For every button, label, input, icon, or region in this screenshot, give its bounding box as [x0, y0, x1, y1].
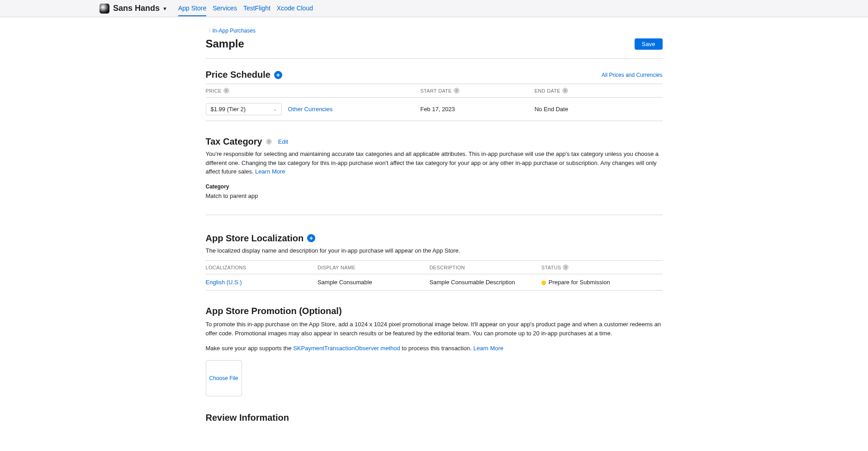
- price-tier-select[interactable]: $1.99 (Tier 2) ⌄: [206, 103, 282, 115]
- promotion-section: App Store Promotion (Optional) To promot…: [206, 306, 663, 396]
- app-switcher[interactable]: Sans Hands ▼: [100, 4, 167, 14]
- sk-observer-link[interactable]: SKPaymentTransactionObserver method: [293, 345, 400, 352]
- localization-row: English (U.S.) Sample Consumable Sample …: [206, 274, 663, 291]
- help-icon[interactable]: ?: [454, 88, 460, 94]
- description-value: Sample Consumable Description: [429, 274, 541, 291]
- promotion-learn-more-link[interactable]: Learn More: [474, 345, 503, 352]
- divider: [206, 215, 663, 215]
- chevron-down-icon: ▼: [162, 6, 167, 11]
- app-icon: [100, 4, 109, 14]
- tab-app-store[interactable]: App Store: [178, 1, 206, 16]
- edit-tax-link[interactable]: Edit: [278, 138, 288, 145]
- choose-file-box[interactable]: Choose File: [206, 360, 242, 396]
- save-button[interactable]: Save: [635, 38, 663, 50]
- app-name: Sans Hands: [113, 4, 160, 13]
- localization-title: App Store Localization: [206, 233, 304, 244]
- tax-description: You're responsible for selecting and mai…: [206, 150, 663, 176]
- locale-link[interactable]: English (U.S.): [206, 279, 242, 286]
- category-label: Category: [206, 183, 663, 190]
- add-localization-button[interactable]: +: [307, 234, 315, 242]
- help-icon[interactable]: ?: [223, 88, 229, 94]
- tab-xcode-cloud[interactable]: Xcode Cloud: [277, 1, 313, 16]
- price-row: $1.99 (Tier 2) ⌄ Other Currencies Feb 17…: [206, 98, 663, 121]
- top-bar: Sans Hands ▼ App Store Services TestFlig…: [0, 0, 868, 17]
- all-prices-link[interactable]: All Prices and Currencies: [602, 72, 663, 78]
- status-dot-icon: [541, 281, 546, 285]
- price-table: PRICE ? START DATE ? END DATE ?: [206, 84, 663, 121]
- tax-category-title: Tax Category: [206, 136, 262, 147]
- other-currencies-link[interactable]: Other Currencies: [288, 106, 333, 113]
- start-date-value: Feb 17, 2023: [420, 98, 535, 121]
- title-row: Sample Save: [206, 38, 663, 59]
- review-section: Review Information: [206, 413, 663, 423]
- review-title: Review Information: [206, 413, 663, 423]
- display-name-value: Sample Consumable: [318, 274, 429, 291]
- localization-description: The localized display name and descripti…: [206, 246, 663, 255]
- chevron-left-icon[interactable]: 〈: [206, 27, 211, 34]
- col-display-name: DISPLAY NAME: [318, 261, 429, 274]
- price-value: $1.99 (Tier 2): [211, 106, 246, 113]
- col-end-date: END DATE: [535, 88, 560, 94]
- add-price-button[interactable]: +: [274, 71, 282, 79]
- col-description: DESCRIPTION: [429, 261, 541, 274]
- col-localizations: LOCALIZATIONS: [206, 261, 318, 274]
- main-tabs: App Store Services TestFlight Xcode Clou…: [178, 1, 313, 16]
- breadcrumb: 〈 In-App Purchases: [206, 17, 663, 38]
- promotion-note: Make sure your app supports the SKPaymen…: [206, 344, 663, 353]
- choose-file-label: Choose File: [209, 375, 238, 381]
- help-icon[interactable]: ?: [563, 264, 569, 270]
- tax-learn-more-link[interactable]: Learn More: [255, 168, 285, 175]
- breadcrumb-parent-link[interactable]: In-App Purchases: [213, 28, 256, 34]
- localization-section: App Store Localization + The localized d…: [206, 233, 663, 291]
- promotion-description: To promote this in-app purchase on the A…: [206, 320, 663, 338]
- status-value: Prepare for Submission: [549, 279, 610, 286]
- col-price: PRICE: [206, 88, 222, 94]
- end-date-value: No End Date: [535, 98, 663, 121]
- help-icon[interactable]: ?: [266, 139, 272, 145]
- tab-services[interactable]: Services: [213, 1, 237, 16]
- category-value: Match to parent app: [206, 193, 663, 199]
- localization-table: LOCALIZATIONS DISPLAY NAME DESCRIPTION S…: [206, 260, 663, 291]
- tax-category-section: Tax Category ? Edit You're responsible f…: [206, 136, 663, 199]
- help-icon[interactable]: ?: [562, 88, 568, 94]
- tab-testflight[interactable]: TestFlight: [243, 1, 270, 16]
- col-status: STATUS: [541, 265, 561, 270]
- price-schedule-title: Price Schedule: [206, 70, 270, 80]
- price-schedule-section: Price Schedule + All Prices and Currenci…: [206, 70, 663, 121]
- promotion-title: App Store Promotion (Optional): [206, 306, 663, 316]
- chevron-down-icon: ⌄: [273, 107, 277, 112]
- col-start-date: START DATE: [420, 88, 451, 94]
- page-title: Sample: [206, 38, 244, 50]
